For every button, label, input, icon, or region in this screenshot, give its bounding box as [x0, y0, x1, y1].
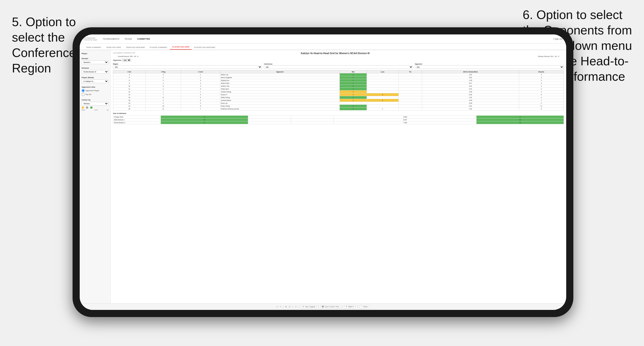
cell-rounds: 3 — [519, 82, 564, 85]
tab-team-h2h-grid[interactable]: TEAM H2H GRID — [104, 45, 124, 50]
share-btn[interactable]: ↗ Share — [360, 305, 369, 309]
nav-tournaments[interactable]: TOURNAMENTS — [102, 37, 120, 41]
cell-tie — [398, 99, 422, 102]
th-loss: Loss — [366, 71, 398, 73]
table-row: 20 11 7 Federica Domecq Lacroze 2 1 1.33… — [113, 108, 564, 110]
cell-diff: 4.00 — [422, 85, 519, 88]
th-conf: # Conf — [181, 71, 220, 73]
division-section: Division NCAA Division III — [82, 67, 108, 74]
sep4 — [318, 305, 318, 309]
tab-player-h2h-heatmap[interactable]: PLAYER H2H HEATMAP — [192, 45, 218, 50]
cell-win: 2 — [340, 108, 366, 110]
table-row: 11 2 5 Heeju Hyun 1 3.33 3 — [113, 88, 564, 90]
ood-cell-rounds: 2 — [476, 116, 564, 119]
nav-committee[interactable]: COMMITTEE — [136, 37, 151, 41]
save-custom-btn[interactable]: 💾 Save Custom View — [320, 305, 340, 309]
cell-div: 13 — [113, 90, 146, 93]
clock-icon[interactable]: 🕐 — [295, 306, 297, 308]
opponent-select[interactable]: (All) — [415, 65, 564, 69]
cell-div: 5 — [113, 76, 146, 79]
cell-tie — [398, 102, 422, 105]
label-up: Up — [106, 109, 108, 111]
radio-opponents-played[interactable]: Opponents Played — [82, 89, 108, 92]
tab-team-summary[interactable]: TEAM SUMMARY — [84, 45, 104, 50]
cell-reg: 2 — [146, 102, 181, 105]
th-reg: # Reg — [146, 71, 181, 73]
cell-loss — [366, 96, 398, 99]
save-custom-label: Save Custom View — [325, 306, 339, 308]
division-select[interactable]: NCAA Division III — [82, 70, 108, 74]
view-original-btn[interactable]: 👁 View: Original — [301, 305, 316, 308]
cell-reg: 3 — [146, 73, 181, 76]
gender-select[interactable]: Women's — [82, 61, 108, 64]
cell-win: 4 — [340, 105, 366, 108]
cell-loss — [366, 90, 398, 93]
ood-cell-diff: 9.267 — [334, 119, 476, 121]
cell-conf: 3 — [181, 79, 220, 82]
cell-diff: 1.50 — [422, 73, 519, 76]
opponents-select[interactable]: (All) — [122, 59, 131, 62]
ood-cell-diff: 4.500 — [334, 116, 476, 119]
cell-opponent: Sydney Kuo — [220, 79, 340, 82]
data-header: Last Updated: 27/03/2024 14:34 Katelyn V… — [113, 52, 564, 55]
conference-select[interactable]: (All) — [264, 65, 413, 69]
undo-icon[interactable]: ↩ — [277, 306, 278, 308]
ood-cell-loss — [248, 116, 291, 119]
cell-div: 11 — [113, 88, 146, 90]
share-icon: ↗ — [361, 306, 362, 308]
colour-by-select[interactable]: Win/loss — [82, 102, 108, 105]
ood-cell-rounds: 10 — [476, 121, 564, 124]
cell-rounds: 9 — [519, 93, 564, 96]
paste-icon[interactable]: 📋 — [288, 306, 291, 308]
nav-teams[interactable]: TEAMS — [124, 37, 133, 41]
cell-reg: 10 — [146, 105, 181, 108]
cell-reg: 6 — [146, 85, 181, 88]
sep5 — [342, 305, 342, 309]
dot-up — [90, 106, 92, 109]
cell-reg: 2 — [146, 76, 181, 79]
sign-out[interactable]: | Sign out — [553, 38, 562, 40]
th-tie: Tie — [398, 71, 422, 73]
conference-label: Conference — [264, 63, 413, 65]
cell-conf: 2 — [181, 76, 220, 79]
opponent-label: Opponent — [415, 63, 564, 65]
cell-diff: 1.25 — [422, 96, 519, 99]
tab-player-h2h-grid[interactable]: PLAYER H2H GRID — [170, 45, 192, 50]
region-select[interactable]: (All) — [113, 65, 262, 69]
redo-icon[interactable]: ↪ — [280, 306, 282, 308]
cell-opponent: Stella Cheng — [220, 96, 340, 99]
tab-team-h2h-heatmap[interactable]: TEAM H2H HEATMAP — [124, 45, 148, 50]
watch-btn[interactable]: 👁 Watch ▾ — [344, 305, 356, 309]
cell-tie — [398, 90, 422, 93]
cell-rounds: 3 — [519, 79, 564, 82]
cell-win: 1 — [340, 73, 366, 76]
division-label: Division — [82, 67, 108, 69]
cell-win: 1 — [340, 82, 366, 85]
table-row: 10 6 3 Andrea York 2 4.00 4 — [113, 85, 564, 88]
cell-tie — [398, 93, 422, 96]
opponent-view-section: Opponent view Opponents Played Top 100 — [82, 86, 108, 96]
update-text: Last Updated: 27/03/2024 14:34 — [113, 52, 135, 54]
cell-conf: 5 — [181, 96, 220, 99]
cell-rounds: 4 — [519, 73, 564, 76]
cell-div: 18 — [113, 102, 146, 105]
tab-player-summary[interactable]: PLAYER SUMMARY — [148, 45, 170, 50]
cell-opponent: Federica Domecq Lacroze — [220, 108, 340, 110]
cell-rounds: 3 — [519, 88, 564, 90]
cell-div: 6 — [113, 79, 146, 82]
player-rank-select[interactable]: 8. Katelyn Vo — [82, 80, 108, 83]
ood-cell-win: 5 — [161, 121, 248, 124]
copy-icon[interactable]: ⧉ — [286, 306, 287, 308]
cell-diff: 3.33 — [422, 88, 519, 90]
ood-cell-opponent: NCAA Division 2 — [113, 121, 161, 124]
ood-table-row: NAIA Division 1 15 9.267 30 — [113, 119, 564, 121]
cell-conf: 2 — [181, 102, 220, 105]
logo-text: SCOREBOARD — [84, 37, 97, 39]
cell-diff: -3.00 — [422, 90, 519, 93]
top-nav: SCOREBOARD Powered by clippd TOURNAMENTS… — [80, 34, 566, 43]
screen-content: SCOREBOARD Powered by clippd TOURNAMENTS… — [80, 34, 566, 310]
radio-top-100[interactable]: Top 100 — [82, 93, 108, 96]
cell-opponent: Andrea York — [220, 85, 340, 88]
cell-win: 1 — [340, 99, 366, 102]
cell-loss: 2 — [366, 99, 398, 102]
